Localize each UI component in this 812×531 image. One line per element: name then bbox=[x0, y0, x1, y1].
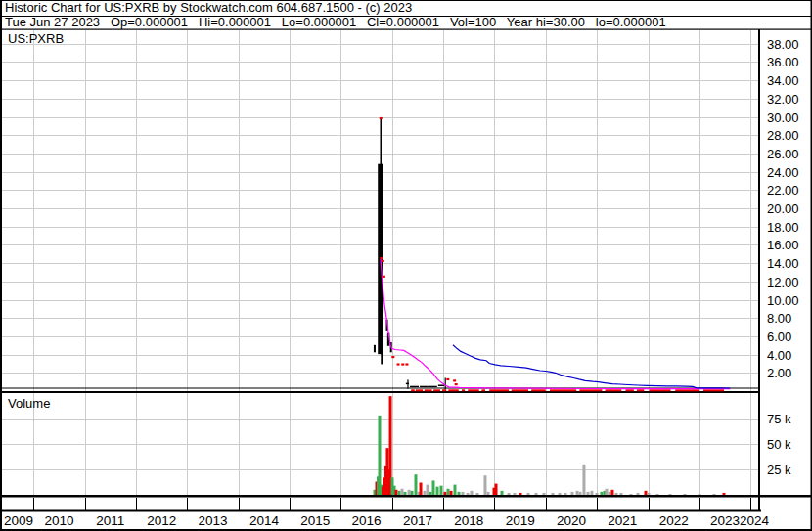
price-tick-label: 8.00 bbox=[767, 311, 791, 326]
price-tick-label: 26.00 bbox=[767, 147, 799, 161]
price-tick-label: 6.00 bbox=[767, 330, 791, 344]
year-label: 2018 bbox=[454, 513, 483, 528]
close-mark bbox=[401, 363, 404, 365]
symbol-label: US:PXRB bbox=[8, 31, 64, 46]
volume-bar bbox=[411, 491, 414, 495]
close-dash bbox=[625, 389, 633, 391]
volume-bar bbox=[431, 480, 434, 495]
close-dash bbox=[675, 389, 699, 391]
close-mark bbox=[397, 363, 400, 365]
year-label: 2023 bbox=[710, 513, 740, 528]
price-dash bbox=[429, 386, 437, 388]
price-tick-label: 32.00 bbox=[767, 92, 799, 107]
year-label: 2021 bbox=[608, 513, 637, 528]
volume-bar bbox=[436, 487, 439, 495]
price-tick-label: 16.00 bbox=[767, 238, 799, 252]
close-dash bbox=[489, 389, 509, 391]
volume-bar bbox=[578, 492, 581, 495]
plot-right-border bbox=[758, 29, 760, 511]
price-dash bbox=[410, 386, 419, 388]
year-label: 2016 bbox=[352, 513, 382, 528]
ma-fast-line bbox=[381, 259, 730, 389]
year-label: 2017 bbox=[403, 513, 432, 528]
volume-bar bbox=[408, 490, 411, 495]
volume-bar bbox=[564, 493, 567, 495]
price-tick-label: 36.00 bbox=[767, 55, 799, 69]
volume-bar bbox=[575, 491, 578, 495]
volume-bar bbox=[582, 465, 585, 495]
volume-bar bbox=[450, 491, 453, 495]
close-dash bbox=[650, 389, 671, 391]
volume-bar bbox=[629, 494, 632, 495]
price-bar bbox=[381, 309, 383, 364]
price-bar bbox=[445, 377, 446, 389]
close-mark bbox=[453, 379, 456, 381]
close-dash bbox=[550, 389, 576, 391]
close-dash bbox=[703, 389, 724, 391]
volume-panel-top-border bbox=[0, 391, 760, 393]
year-label: 2009 bbox=[4, 513, 33, 528]
stockwatch-chart-window: Historic Chart for US:PXRB by Stockwatch… bbox=[0, 0, 812, 531]
volume-tick-label: 25 k bbox=[767, 463, 791, 477]
volume-bar bbox=[600, 492, 603, 495]
price-tick-label: 22.00 bbox=[767, 183, 799, 198]
volume-bar bbox=[443, 492, 446, 495]
volume-bar bbox=[551, 493, 554, 495]
price-tick-label: 20.00 bbox=[767, 201, 799, 216]
volume-bar bbox=[394, 490, 397, 495]
volume-bar bbox=[447, 489, 450, 495]
close-dash bbox=[579, 389, 602, 391]
volume-bar bbox=[614, 493, 617, 495]
close-dash bbox=[411, 389, 415, 391]
close-mark bbox=[446, 378, 449, 380]
volume-bar bbox=[487, 492, 490, 495]
close-mark bbox=[382, 260, 384, 262]
close-dash bbox=[425, 389, 432, 391]
close-dash bbox=[531, 389, 546, 391]
close-dash bbox=[448, 389, 458, 391]
volume-bar bbox=[619, 493, 622, 495]
volume-bar bbox=[483, 475, 486, 495]
price-bar bbox=[374, 345, 376, 352]
volume-tick-label: 50 k bbox=[767, 437, 791, 452]
price-tick-label: 24.00 bbox=[767, 165, 799, 180]
volume-bar bbox=[427, 485, 429, 495]
volume-bar bbox=[429, 492, 432, 495]
volume-bar bbox=[495, 484, 498, 495]
close-dash bbox=[468, 389, 479, 391]
volume-tick-label: 75 k bbox=[767, 412, 791, 426]
close-dash bbox=[606, 389, 622, 391]
volume-bar bbox=[420, 483, 423, 495]
price-dash bbox=[406, 383, 409, 385]
volume-bar bbox=[722, 493, 725, 495]
volume-bar bbox=[586, 492, 589, 495]
year-label: 2012 bbox=[147, 513, 176, 528]
close-dash bbox=[462, 389, 465, 391]
volume-bar bbox=[712, 494, 715, 495]
close-dash bbox=[442, 389, 446, 391]
volume-bar bbox=[610, 490, 613, 495]
price-tick-label: 12.00 bbox=[767, 275, 799, 289]
volume-bar bbox=[699, 494, 701, 495]
volume-bar bbox=[590, 491, 593, 495]
price-dash bbox=[438, 384, 444, 386]
close-mark bbox=[383, 276, 385, 278]
volume-bar bbox=[570, 492, 573, 495]
volume-bar bbox=[414, 474, 417, 495]
volume-bar bbox=[423, 491, 426, 495]
volume-bar bbox=[644, 491, 647, 495]
year-label: 2022 bbox=[659, 513, 689, 528]
volume-bar bbox=[647, 493, 650, 495]
year-label: 2011 bbox=[96, 513, 124, 528]
volume-bar bbox=[467, 493, 470, 495]
price-tick-label: 2.00 bbox=[767, 366, 791, 380]
volume-bar bbox=[500, 491, 503, 495]
volume-bar bbox=[440, 486, 443, 495]
chart-canvas: 38.0036.0034.0032.0030.0028.0026.0024.00… bbox=[0, 0, 812, 531]
close-dash bbox=[512, 389, 528, 391]
price-tick-label: 4.00 bbox=[767, 348, 791, 363]
price-tick-label: 34.00 bbox=[767, 73, 799, 88]
price-tick-label: 10.00 bbox=[767, 293, 799, 308]
price-tick-label: 28.00 bbox=[767, 128, 799, 143]
volume-bar bbox=[403, 492, 406, 495]
